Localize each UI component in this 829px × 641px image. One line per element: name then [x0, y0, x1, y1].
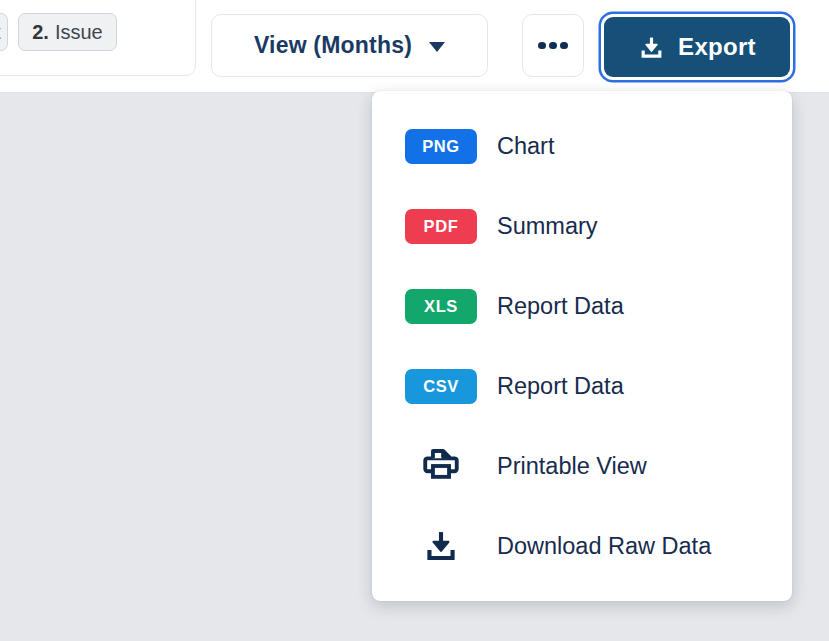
menu-item-pdf-summary[interactable]: PDF Summary: [372, 186, 792, 266]
export-button-label: Export: [678, 33, 756, 61]
page: ject 2. Issue View (Months) Export: [0, 0, 829, 641]
view-dropdown-label: View (Months): [254, 32, 412, 59]
menu-item-label: Report Data: [497, 293, 624, 320]
menu-item-label: Chart: [497, 133, 554, 160]
menu-item-label: Report Data: [497, 373, 624, 400]
steps-group: ject 2. Issue: [0, 0, 196, 76]
step-button-label: ject: [0, 21, 1, 44]
xls-badge: XLS: [405, 289, 477, 324]
csv-badge: CSV: [405, 369, 477, 404]
chevron-down-icon: [429, 42, 445, 52]
more-options-button[interactable]: [522, 14, 584, 77]
menu-item-printable-view[interactable]: Printable View: [372, 426, 792, 506]
png-badge: PNG: [405, 129, 477, 164]
step-number: 2.: [32, 21, 49, 44]
toolbar: ject 2. Issue View (Months) Export: [0, 0, 829, 93]
step-button-project-partial[interactable]: ject: [0, 13, 8, 51]
menu-item-label: Download Raw Data: [497, 533, 711, 560]
download-icon: [422, 527, 460, 565]
ellipsis-icon: [538, 42, 546, 50]
menu-item-label: Summary: [497, 213, 598, 240]
menu-item-label: Printable View: [497, 453, 647, 480]
step-button-issue[interactable]: 2. Issue: [18, 13, 117, 51]
export-button[interactable]: Export: [604, 17, 790, 77]
step-label: Issue: [55, 21, 103, 44]
view-months-dropdown[interactable]: View (Months): [211, 14, 488, 77]
menu-item-download-raw-data[interactable]: Download Raw Data: [372, 506, 792, 586]
menu-item-png-chart[interactable]: PNG Chart: [372, 106, 792, 186]
printer-icon: [420, 445, 462, 487]
menu-item-csv-report-data[interactable]: CSV Report Data: [372, 346, 792, 426]
pdf-badge: PDF: [405, 209, 477, 244]
download-icon: [638, 34, 665, 61]
menu-item-xls-report-data[interactable]: XLS Report Data: [372, 266, 792, 346]
export-dropdown-menu: PNG Chart PDF Summary XLS Report Data CS…: [372, 91, 792, 601]
